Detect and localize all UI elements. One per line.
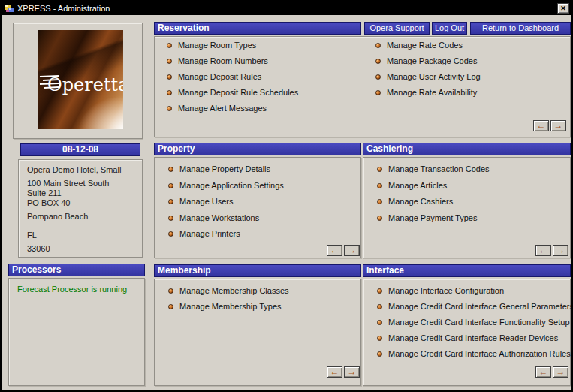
bullet-icon xyxy=(377,336,382,341)
operetta-logo-art: Operetta xyxy=(38,30,123,129)
property-next-arrow-icon[interactable]: → xyxy=(344,245,360,256)
reservation-prev-arrow-icon[interactable]: ← xyxy=(533,120,549,131)
titlebar: XPRESS - Administration ✕ xyxy=(2,2,571,15)
menu-link-manage-user-activity-log[interactable]: Manage User Activity Log xyxy=(375,71,481,82)
interface-prev-arrow-icon[interactable]: ← xyxy=(535,366,551,378)
app-icon xyxy=(4,3,14,14)
menu-link-manage-interface-configuration[interactable]: Manage Interface Configuration xyxy=(377,285,504,296)
menu-link-manage-cc-interface-reader-devices[interactable]: Manage Credit Card Interface Reader Devi… xyxy=(377,333,558,343)
hotel-state: FL xyxy=(27,231,37,240)
menu-link-manage-room-numbers[interactable]: Manage Room Numbers xyxy=(167,56,268,66)
membership-prev-arrow-icon[interactable]: ← xyxy=(327,366,342,378)
bullet-icon xyxy=(377,304,382,309)
logo-panel: Operetta xyxy=(13,23,143,139)
menu-link-manage-property-details[interactable]: Manage Property Details xyxy=(168,164,270,174)
menu-link-manage-rate-availability[interactable]: Manage Rate Availability xyxy=(375,87,477,98)
bullet-icon xyxy=(375,43,381,48)
section-header-reservation: Reservation xyxy=(154,22,361,35)
menu-link-manage-rate-codes[interactable]: Manage Rate Codes xyxy=(375,40,463,50)
processor-status: Forecast Processor is running xyxy=(17,285,127,294)
bullet-icon xyxy=(168,167,173,172)
hotel-zip: 33060 xyxy=(27,244,50,253)
menu-link-manage-articles[interactable]: Manage Articles xyxy=(377,180,447,191)
section-header-cashiering: Cashiering xyxy=(363,143,571,155)
bullet-icon xyxy=(168,199,173,204)
reservation-next-arrow-icon[interactable]: → xyxy=(550,120,566,131)
bullet-icon xyxy=(375,74,381,80)
bullet-icon xyxy=(377,288,382,294)
section-header-property: Property xyxy=(154,143,361,155)
bullet-icon xyxy=(377,351,382,357)
hotel-po-box: PO BOX 40 xyxy=(27,198,70,207)
hotel-street: 100 Main Street South xyxy=(27,179,109,188)
operetta-logo: Operetta xyxy=(38,30,123,129)
window-title: XPRESS - Administration xyxy=(17,4,110,13)
menu-link-manage-users[interactable]: Manage Users xyxy=(168,196,234,207)
hotel-name: Opera Demo Hotel, Small xyxy=(27,165,121,174)
bullet-icon xyxy=(168,216,173,221)
bullet-icon xyxy=(168,183,173,188)
membership-next-arrow-icon[interactable]: → xyxy=(344,366,360,378)
menu-link-manage-membership-types[interactable]: Manage Membership Types xyxy=(168,301,282,312)
opera-support-button[interactable]: Opera Support xyxy=(364,22,430,35)
bullet-icon xyxy=(168,288,173,294)
bullet-icon xyxy=(168,231,173,237)
processors-panel: Forecast Processor is running xyxy=(8,278,145,386)
section-header-membership: Membership xyxy=(154,264,361,277)
menu-link-manage-membership-classes[interactable]: Manage Membership Classes xyxy=(168,285,289,296)
business-date: 08-12-08 xyxy=(20,143,140,156)
menu-link-manage-cc-interface-functionality-setup[interactable]: Manage Credit Card Interface Functionali… xyxy=(377,317,570,327)
menu-link-manage-cc-interface-authorization-rules[interactable]: Manage Credit Card Interface Authorizati… xyxy=(377,348,571,359)
bullet-icon xyxy=(377,167,382,172)
menu-link-manage-deposit-rule-schedules[interactable]: Manage Deposit Rule Schedules xyxy=(167,87,298,98)
log-out-button[interactable]: Log Out xyxy=(432,22,467,35)
close-icon[interactable]: ✕ xyxy=(557,3,569,14)
hotel-address-panel: Opera Demo Hotel, Small 100 Main Street … xyxy=(18,159,143,258)
property-prev-arrow-icon[interactable]: ← xyxy=(327,245,342,256)
menu-link-manage-application-settings[interactable]: Manage Application Settings xyxy=(168,180,284,191)
menu-link-manage-payment-types[interactable]: Manage Payment Types xyxy=(377,213,477,223)
logo-brand-text: Operetta xyxy=(47,74,123,95)
bullet-icon xyxy=(167,90,172,95)
bullet-icon xyxy=(377,199,382,204)
menu-link-manage-room-types[interactable]: Manage Room Types xyxy=(167,40,256,50)
bullet-icon xyxy=(377,216,382,221)
bullet-icon xyxy=(167,43,172,48)
menu-link-manage-transaction-codes[interactable]: Manage Transaction Codes xyxy=(377,164,490,174)
bullet-icon xyxy=(167,74,172,80)
cashiering-prev-arrow-icon[interactable]: ← xyxy=(535,245,551,256)
hotel-city: Pompano Beach xyxy=(27,212,88,221)
section-header-interface: Interface xyxy=(363,264,571,277)
section-header-processors: Processors xyxy=(8,264,145,276)
menu-link-manage-cashiers[interactable]: Manage Cashiers xyxy=(377,196,453,207)
app-window: XPRESS - Administration ✕ Operetta 08-12… xyxy=(0,0,573,392)
bullet-icon xyxy=(375,59,381,64)
menu-link-manage-workstations[interactable]: Manage Workstations xyxy=(168,213,259,223)
menu-link-manage-printers[interactable]: Manage Printers xyxy=(168,228,240,239)
menu-link-manage-package-codes[interactable]: Manage Package Codes xyxy=(375,56,477,66)
bullet-icon xyxy=(167,59,172,64)
bullet-icon xyxy=(377,183,382,188)
menu-link-manage-deposit-rules[interactable]: Manage Deposit Rules xyxy=(167,71,261,82)
bullet-icon xyxy=(168,304,173,309)
bullet-icon xyxy=(375,90,381,95)
cashiering-next-arrow-icon[interactable]: → xyxy=(553,245,568,256)
menu-link-manage-cc-interface-general-parameters[interactable]: Manage Credit Card Interface General Par… xyxy=(377,301,573,312)
hotel-suite: Suite 211 xyxy=(27,188,62,198)
bullet-icon xyxy=(377,320,382,325)
menu-link-manage-alert-messages[interactable]: Manage Alert Messages xyxy=(167,103,267,113)
return-to-dashboard-button[interactable]: Return to Dashboard xyxy=(470,22,571,35)
bullet-icon xyxy=(167,106,172,111)
interface-next-arrow-icon[interactable]: → xyxy=(553,366,568,378)
